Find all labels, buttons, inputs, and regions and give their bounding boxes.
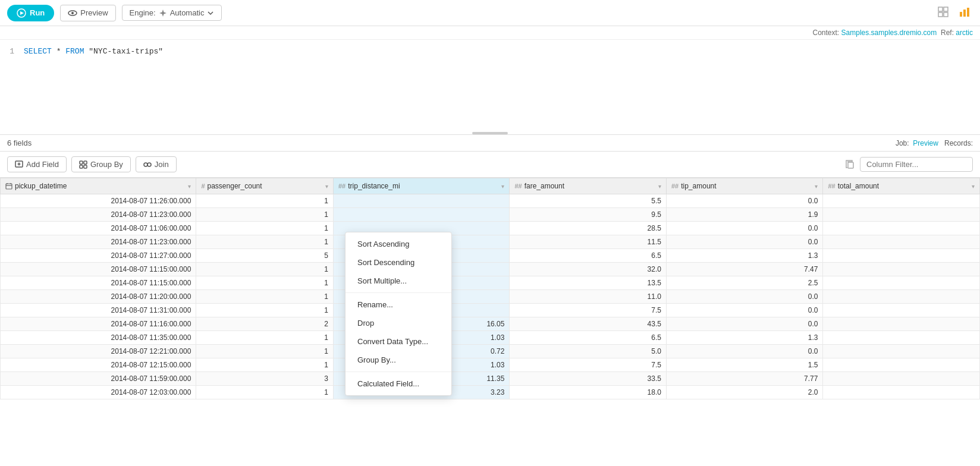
table-cell: 28.5 bbox=[510, 222, 667, 235]
table-cell bbox=[823, 386, 980, 399]
sql-editor[interactable]: 1 SELECT * FROM "NYC-taxi-trips" bbox=[0, 40, 980, 135]
table-row: 2014-08-07 11:27:00.00056.51.3 bbox=[1, 249, 980, 263]
table-cell: 2014-08-07 11:23:00.000 bbox=[1, 235, 196, 249]
table-cell: 9.5 bbox=[510, 208, 667, 222]
col-header-total-amount[interactable]: ## total_amount ▾ bbox=[823, 178, 980, 194]
table-container[interactable]: pickup_datetime ▾ # passenger_count ▾ bbox=[0, 178, 980, 466]
table-cell: 2014-08-07 11:31:00.000 bbox=[1, 304, 196, 317]
col-header-fare-amount[interactable]: ## fare_amount ▾ bbox=[510, 178, 667, 194]
table-row: 2014-08-07 12:21:00.00010.725.00.0 bbox=[1, 345, 980, 358]
run-label: Run bbox=[30, 8, 45, 17]
col-header-trip-distance[interactable]: ## trip_distance_mi ▾ bbox=[333, 178, 509, 194]
col-type-fare: ## bbox=[514, 182, 522, 190]
table-cell: 1 bbox=[196, 222, 334, 235]
resize-handle[interactable] bbox=[472, 132, 508, 134]
col-name-distance: trip_distance_mi bbox=[348, 182, 400, 190]
table-cell: 1.3 bbox=[666, 249, 823, 263]
table-cell: 2014-08-07 11:35:00.000 bbox=[1, 331, 196, 345]
table-cell: 0.0 bbox=[666, 222, 823, 235]
table-cell bbox=[823, 263, 980, 276]
table-cell bbox=[823, 358, 980, 372]
table-cell: 0.0 bbox=[666, 345, 823, 358]
table-cell: 1 bbox=[196, 263, 334, 276]
table-cell: 1 bbox=[196, 276, 334, 290]
group-by-button[interactable]: Group By bbox=[71, 156, 131, 172]
dropdown-item[interactable]: Calculated Field... bbox=[345, 374, 451, 393]
sort-icon-distance[interactable]: ▾ bbox=[501, 183, 504, 190]
table-cell: 1 bbox=[196, 345, 334, 358]
table-cell: 0.0 bbox=[666, 304, 823, 317]
add-field-icon bbox=[15, 160, 23, 169]
table-cell: 11.5 bbox=[510, 235, 667, 249]
chevron-down-icon bbox=[207, 10, 214, 17]
sparkle-icon bbox=[159, 9, 167, 17]
table-row: 2014-08-07 11:35:00.00011.036.51.3 bbox=[1, 331, 980, 345]
table-cell: 1 bbox=[196, 304, 334, 317]
dropdown-item[interactable]: Sort Ascending bbox=[345, 235, 451, 253]
grid-icon bbox=[937, 6, 949, 18]
context-samples[interactable]: Samples.samples.dremio.com bbox=[841, 29, 937, 37]
table-row: 2014-08-07 11:15:00.000132.07.47 bbox=[1, 263, 980, 276]
column-context-menu: Sort AscendingSort DescendingSort Multip… bbox=[345, 232, 452, 396]
table-row: 2014-08-07 12:15:00.00011.037.51.5 bbox=[1, 358, 980, 372]
table-cell: 2014-08-07 11:06:00.000 bbox=[1, 222, 196, 235]
table-cell: 7.47 bbox=[666, 263, 823, 276]
table-cell: 2.0 bbox=[666, 386, 823, 399]
dropdown-divider bbox=[345, 292, 451, 293]
job-link[interactable]: Preview bbox=[913, 139, 938, 147]
engine-type: Automatic bbox=[170, 8, 205, 17]
col-name-total: total_amount bbox=[838, 182, 879, 190]
grid-icon-button[interactable] bbox=[935, 4, 951, 22]
group-by-label: Group By bbox=[90, 160, 123, 169]
table-cell: 2014-08-07 11:15:00.000 bbox=[1, 263, 196, 276]
join-label: Join bbox=[155, 160, 169, 169]
table-cell: 2014-08-07 12:03:00.000 bbox=[1, 386, 196, 399]
table-cell: 11.0 bbox=[510, 290, 667, 304]
dropdown-item[interactable]: Sort Descending bbox=[345, 253, 451, 272]
table-row: 2014-08-07 11:31:00.00017.50.0 bbox=[1, 304, 980, 317]
sort-icon-passenger[interactable]: ▾ bbox=[325, 183, 328, 190]
dropdown-item[interactable]: Drop bbox=[345, 314, 451, 332]
col-header-tip-amount[interactable]: ## tip_amount ▾ bbox=[666, 178, 823, 194]
line-number: 1 bbox=[0, 47, 24, 56]
table-cell bbox=[823, 304, 980, 317]
engine-button[interactable]: Engine: Automatic bbox=[122, 5, 222, 21]
svg-rect-10 bbox=[967, 8, 969, 17]
table-cell: 2014-08-07 11:16:00.000 bbox=[1, 317, 196, 331]
col-name-tip: tip_amount bbox=[681, 182, 716, 190]
sort-icon-total[interactable]: ▾ bbox=[972, 183, 975, 190]
dropdown-item[interactable]: Rename... bbox=[345, 295, 451, 314]
ref-value[interactable]: arctic bbox=[956, 29, 973, 37]
svg-rect-20 bbox=[848, 162, 853, 168]
dropdown-item[interactable]: Convert Data Type... bbox=[345, 332, 451, 351]
table-row: 2014-08-07 11:16:00.000216.0543.50.0 bbox=[1, 317, 980, 331]
table-row: 2014-08-07 11:23:00.00019.51.9 bbox=[1, 208, 980, 222]
preview-button[interactable]: Preview bbox=[60, 5, 115, 21]
col-header-passenger-count[interactable]: # passenger_count ▾ bbox=[196, 178, 334, 194]
table-body: 2014-08-07 11:26:00.00015.50.02014-08-07… bbox=[1, 194, 980, 399]
run-button[interactable]: Run bbox=[7, 5, 54, 21]
svg-rect-8 bbox=[960, 12, 962, 17]
table-cell: 0.0 bbox=[666, 290, 823, 304]
column-filter-input[interactable] bbox=[860, 157, 973, 172]
svg-rect-14 bbox=[80, 161, 83, 164]
eye-icon bbox=[68, 8, 77, 18]
dropdown-item[interactable]: Group By... bbox=[345, 351, 451, 369]
sql-line-1: 1 SELECT * FROM "NYC-taxi-trips" bbox=[0, 47, 980, 56]
col-type-tip: ## bbox=[671, 182, 679, 190]
add-field-button[interactable]: Add Field bbox=[7, 156, 67, 172]
table-cell bbox=[823, 345, 980, 358]
join-button[interactable]: Join bbox=[136, 156, 177, 172]
engine-text: Engine: bbox=[130, 8, 156, 17]
sort-icon-fare[interactable]: ▾ bbox=[658, 183, 661, 190]
table-cell bbox=[823, 372, 980, 386]
table-cell: 6.5 bbox=[510, 249, 667, 263]
table-cell bbox=[823, 194, 980, 208]
dropdown-item[interactable]: Sort Multiple... bbox=[345, 272, 451, 290]
svg-rect-7 bbox=[944, 12, 948, 17]
col-header-pickup-datetime[interactable]: pickup_datetime ▾ bbox=[1, 178, 196, 194]
sort-icon-tip[interactable]: ▾ bbox=[815, 183, 818, 190]
sort-icon-pickup[interactable]: ▾ bbox=[188, 183, 191, 190]
chart-icon-button[interactable] bbox=[956, 4, 973, 22]
toolbar-right bbox=[935, 4, 973, 22]
